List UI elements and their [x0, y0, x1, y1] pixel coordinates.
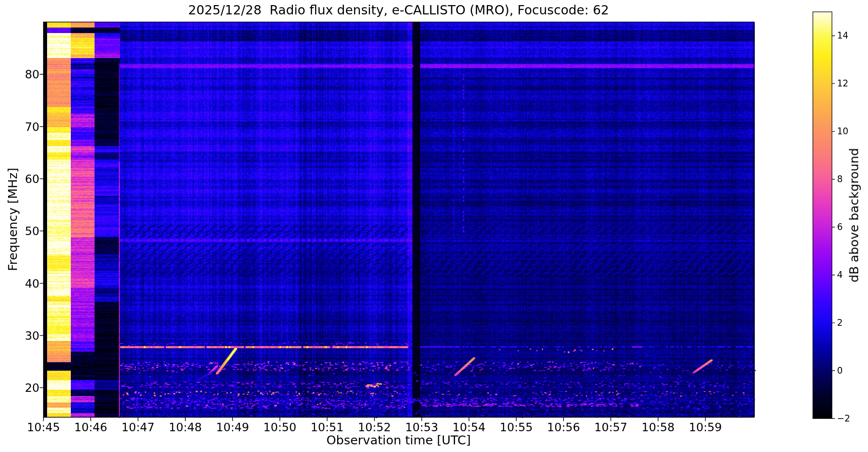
spectrogram-canvas: [0, 0, 868, 452]
colorbar-tick-label: 12: [837, 78, 848, 89]
y-tick-label: 80: [25, 68, 39, 81]
colorbar-tick-label: 0: [837, 366, 843, 376]
spectrogram-figure: 2025/12/28 Radio flux density, e-CALLIST…: [0, 0, 868, 452]
x-tick-label: 10:50: [263, 421, 296, 434]
y-tick-label: 60: [25, 172, 39, 186]
y-axis-label: Frequency [MHz]: [6, 168, 20, 271]
x-tick-label: 10:47: [122, 421, 155, 434]
x-axis-label: Observation time [UTC]: [327, 433, 471, 447]
x-tick-label: 10:55: [500, 421, 533, 434]
colorbar-tick-label: 2: [837, 318, 843, 328]
colorbar-tick-label: 4: [837, 270, 843, 280]
x-tick-label: 10:57: [594, 421, 628, 434]
colorbar-label: dB above background: [847, 148, 861, 282]
x-tick-label: 10:45: [27, 421, 60, 434]
x-tick-label: 10:54: [452, 421, 486, 434]
y-tick-label: 30: [25, 329, 39, 342]
colorbar-tick-label: 8: [837, 174, 843, 184]
x-tick-label: 10:56: [547, 421, 580, 434]
x-tick-label: 10:46: [74, 421, 107, 434]
x-tick-label: 10:49: [216, 421, 249, 434]
x-tick-label: 10:52: [358, 421, 391, 434]
colorbar-tick-label: 14: [837, 31, 848, 41]
x-tick-label: 10:51: [311, 421, 344, 434]
y-tick-label: 70: [25, 120, 39, 133]
y-tick-label: 20: [25, 381, 39, 394]
x-tick-label: 10:59: [689, 421, 722, 434]
x-tick-label: 10:48: [169, 421, 202, 434]
x-tick-label: 10:58: [642, 421, 675, 434]
chart-title: 2025/12/28 Radio flux density, e-CALLIST…: [188, 3, 609, 17]
colorbar-tick-label: 10: [837, 126, 848, 136]
x-tick-label: 10:53: [405, 421, 438, 434]
y-tick-label: 40: [25, 277, 39, 290]
colorbar-tick-label: −2: [837, 413, 850, 424]
y-tick-label: 50: [25, 225, 39, 238]
colorbar-tick-label: 6: [837, 222, 843, 232]
